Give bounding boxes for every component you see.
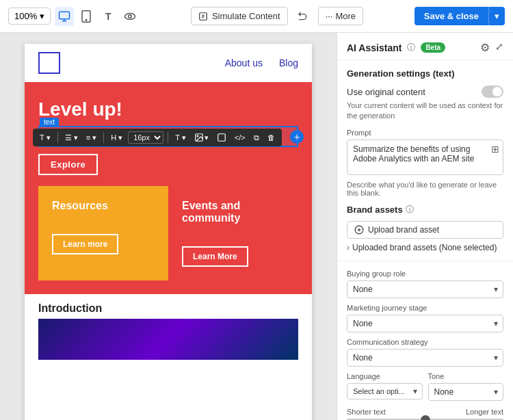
resources-title: Resources xyxy=(52,200,155,212)
canvas-frame: About us Blog T ▾ ☰ ▾ ≡ ▾ H ▾ 16px xyxy=(25,44,312,420)
nav-blog[interactable]: Blog xyxy=(279,57,298,68)
brand-info-icon: ⓘ xyxy=(406,204,414,215)
eye-btn[interactable] xyxy=(120,7,140,26)
panel-title-row: AI Assistant ⓘ Beta xyxy=(347,42,445,53)
comm-strategy-select[interactable]: None xyxy=(347,349,503,367)
canvas-area: About us Blog T ▾ ☰ ▾ ≡ ▾ H ▾ 16px xyxy=(0,33,337,420)
desktop-btn[interactable] xyxy=(55,7,74,26)
use-original-row: Use original content xyxy=(347,86,503,98)
comm-strategy-label: Communication strategy xyxy=(347,338,503,346)
prompt-submit-icon[interactable]: ⊞ xyxy=(491,144,499,155)
save-dropdown-btn[interactable]: ▾ xyxy=(488,7,505,25)
upload-brand-btn[interactable]: Upload brand asset xyxy=(347,221,503,239)
tt-text-type[interactable]: T ▾ xyxy=(37,132,53,144)
use-original-label: Use original content xyxy=(347,87,425,97)
shorter-label: Shorter text xyxy=(347,408,386,416)
svg-point-6 xyxy=(129,14,132,18)
text-toolbar: T ▾ ☰ ▾ ≡ ▾ H ▾ 16px T ▾ ▾ xyxy=(33,129,282,146)
simulate-btn[interactable]: Simulate Content xyxy=(191,7,288,25)
svg-point-5 xyxy=(125,13,135,19)
tt-sep-3 xyxy=(168,132,168,143)
svg-point-4 xyxy=(86,19,88,21)
language-select[interactable]: Select an opti... xyxy=(347,383,423,399)
grid-section: Resources Learn more Events and communit… xyxy=(38,186,298,280)
more-btn[interactable]: ··· More xyxy=(318,7,363,25)
intro-image xyxy=(38,319,298,360)
upload-btn-label: Upload brand asset xyxy=(368,225,439,235)
expand-icon[interactable]: ⤢ xyxy=(495,41,503,54)
language-dropdown-wrapper: Select an opti... xyxy=(347,383,423,399)
device-icons: T xyxy=(55,7,140,26)
text-highlight-label: text xyxy=(40,118,59,127)
panel-title: AI Assistant xyxy=(347,42,402,53)
prompt-input[interactable] xyxy=(347,140,503,175)
nav-about[interactable]: About us xyxy=(225,57,263,68)
use-original-toggle[interactable] xyxy=(482,86,503,98)
comm-strategy-dropdown-wrapper: None xyxy=(347,349,503,367)
undo-btn[interactable] xyxy=(293,7,313,26)
prompt-label: Prompt xyxy=(347,129,503,137)
text-size-btn[interactable]: T xyxy=(98,7,118,26)
site-header: About us Blog xyxy=(25,44,312,82)
resources-btn[interactable]: Learn more xyxy=(52,234,118,254)
marketing-stage-label: Marketing journey stage xyxy=(347,304,503,312)
toolbar-center: Simulate Content ··· More xyxy=(191,7,363,26)
tt-format[interactable]: T ▾ xyxy=(172,132,189,144)
right-panel: AI Assistant ⓘ Beta ⚙ ⤢ Generation setti… xyxy=(337,33,513,420)
generation-settings-section: Generation settings (text) Use original … xyxy=(337,60,513,261)
save-btn-group: Save & close ▾ xyxy=(415,7,505,25)
intro-title: Introduction xyxy=(38,302,298,315)
events-btn[interactable]: Learn More xyxy=(182,246,248,267)
buying-group-label: Buying group role xyxy=(347,270,503,278)
ellipsis-icon: ··· xyxy=(326,11,333,21)
zoom-select[interactable]: 100% ▾ xyxy=(8,8,51,25)
toolbar-left: 100% ▾ T xyxy=(8,7,140,26)
tt-insert[interactable] xyxy=(214,131,229,144)
tt-heading[interactable]: H ▾ xyxy=(108,132,125,144)
add-content-btn[interactable]: + xyxy=(290,130,304,144)
tt-sep-1 xyxy=(57,132,58,143)
intro-section: Introduction xyxy=(25,294,312,368)
toggle-thumb xyxy=(492,87,502,96)
tt-list[interactable]: ≡ ▾ xyxy=(83,132,99,144)
zoom-chevron: ▾ xyxy=(40,11,44,21)
prompt-hint: Describe what you'd like to generate or … xyxy=(347,181,503,197)
svg-rect-10 xyxy=(218,134,225,142)
slider-thumb[interactable] xyxy=(421,415,430,420)
explore-btn[interactable]: Explore xyxy=(38,154,98,175)
hero-section: T ▾ ☰ ▾ ≡ ▾ H ▾ 16px T ▾ ▾ xyxy=(25,82,312,294)
tt-copy[interactable]: ⧉ xyxy=(251,132,262,144)
save-close-btn[interactable]: Save & close xyxy=(415,7,488,25)
top-toolbar: 100% ▾ T Simulate Content ··· More xyxy=(0,0,513,33)
beta-badge: Beta xyxy=(421,42,445,53)
tone-label: Tone xyxy=(428,372,504,380)
tone-select[interactable]: None xyxy=(428,383,504,401)
more-label: More xyxy=(335,11,356,21)
language-label: Language xyxy=(347,372,423,380)
tone-col: Tone None xyxy=(428,372,504,401)
longer-label: Longer text xyxy=(466,408,503,416)
panel-header: AI Assistant ⓘ Beta ⚙ ⤢ xyxy=(337,33,513,60)
settings-icon[interactable]: ⚙ xyxy=(480,41,490,54)
tt-size-select[interactable]: 16px xyxy=(128,131,163,144)
marketing-stage-select[interactable]: None xyxy=(347,315,503,332)
panel-header-actions: ⚙ ⤢ xyxy=(480,41,503,54)
tt-align[interactable]: ☰ ▾ xyxy=(62,132,81,144)
use-original-desc: Your current content will be used as con… xyxy=(347,101,503,122)
dropdowns-section: Buying group role None Marketing journey… xyxy=(337,261,513,420)
marketing-stage-dropdown-wrapper: None xyxy=(347,315,503,332)
tt-image[interactable]: ▾ xyxy=(192,131,211,144)
events-cell: Events and community Learn More xyxy=(168,186,298,280)
generation-settings-title: Generation settings (text) xyxy=(347,68,503,79)
tt-sep-2 xyxy=(103,132,104,143)
site-nav: About us Blog xyxy=(225,57,298,68)
buying-group-select[interactable]: None xyxy=(347,280,503,298)
tt-code[interactable]: </> xyxy=(232,132,248,143)
events-title: Events and community xyxy=(182,200,285,224)
tablet-btn[interactable] xyxy=(77,7,96,26)
uploaded-row[interactable]: › Uploaded brand assets (None selected) xyxy=(347,243,503,252)
main-area: About us Blog T ▾ ☰ ▾ ≡ ▾ H ▾ 16px xyxy=(0,33,513,420)
tt-delete[interactable]: 🗑 xyxy=(265,132,278,143)
brand-assets-label: Brand assets xyxy=(347,205,403,215)
buying-group-dropdown-wrapper: None xyxy=(347,280,503,298)
